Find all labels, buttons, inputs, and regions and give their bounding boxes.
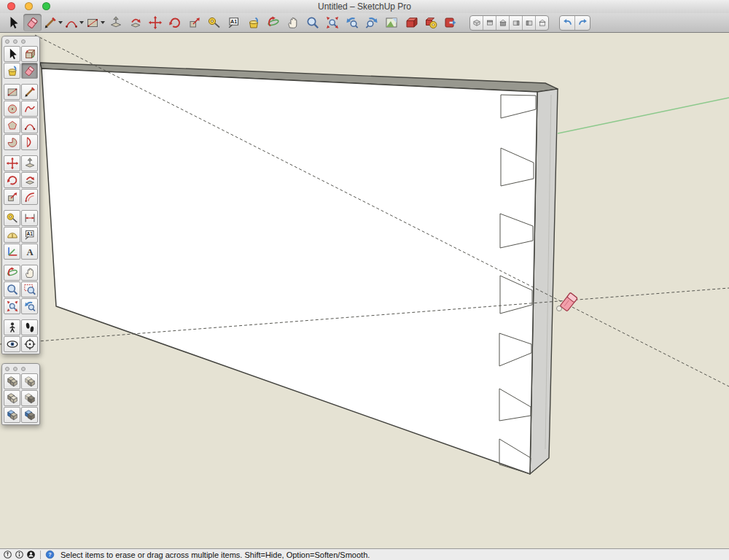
paint-bucket-button[interactable] [4, 63, 20, 79]
paint-bucket-button[interactable] [244, 14, 262, 31]
arc-dropdown-arrow-icon[interactable] [79, 21, 84, 24]
zoom-window-button[interactable] [21, 281, 38, 298]
zoom-next-button[interactable] [362, 14, 381, 31]
intersect-button[interactable] [21, 373, 38, 389]
scale-button[interactable] [4, 189, 20, 205]
select-button[interactable] [4, 46, 20, 62]
trim-button[interactable] [4, 407, 20, 423]
follow-me-button[interactable] [21, 172, 38, 188]
palette-titlebar [4, 38, 38, 46]
line-button[interactable] [21, 84, 38, 100]
zoom-icon [6, 283, 19, 296]
rectangle-dropdown-arrow-icon[interactable] [101, 21, 105, 24]
rotate-button[interactable] [165, 14, 184, 31]
palette-window-dot[interactable] [13, 367, 17, 371]
offset-button[interactable] [21, 189, 38, 205]
redo-button[interactable] [575, 16, 590, 30]
circle-button[interactable] [4, 101, 20, 117]
zoom-button[interactable] [4, 281, 20, 298]
palette-window-dot[interactable] [21, 39, 26, 44]
line-button[interactable] [43, 14, 63, 31]
view-top-button[interactable] [483, 16, 496, 30]
zoom-previous-icon [23, 300, 36, 313]
make-component-button[interactable] [21, 46, 38, 62]
palette-window-dot[interactable] [5, 367, 9, 371]
share-model-button[interactable] [441, 14, 459, 31]
view-front-button[interactable] [496, 16, 510, 30]
tape-measure-button[interactable] [205, 14, 223, 31]
text-button[interactable]: A1 [225, 14, 243, 31]
scale-button[interactable] [185, 14, 203, 31]
push-pull-button[interactable] [21, 155, 38, 171]
help-button[interactable]: ? [45, 550, 55, 559]
undo-button[interactable] [560, 16, 575, 30]
rectangle-button[interactable] [85, 14, 105, 31]
eraser-button[interactable] [23, 14, 42, 31]
outer-shell-button[interactable] [4, 373, 20, 389]
subtract-button[interactable] [21, 390, 38, 406]
eraser-button[interactable] [21, 63, 38, 79]
sign-in-button[interactable] [26, 550, 36, 559]
rotate-button[interactable] [4, 172, 20, 188]
freehand-button[interactable] [21, 101, 38, 117]
protractor-icon [6, 228, 19, 241]
view-right-button[interactable] [510, 16, 523, 30]
zoom-extents-button[interactable] [4, 298, 20, 314]
3d-text-button[interactable]: A [21, 244, 38, 260]
palette-window-dot[interactable] [21, 367, 26, 371]
solid-tools-grid [4, 373, 38, 423]
share-model-icon [443, 15, 458, 30]
walk-button[interactable] [21, 319, 38, 335]
target-button[interactable] [21, 336, 38, 352]
palette-titlebar [4, 365, 38, 373]
pan-button[interactable] [21, 265, 38, 281]
eraser-icon [26, 15, 40, 30]
two-point-arc-button[interactable] [21, 117, 38, 133]
view-left-button[interactable] [523, 16, 536, 30]
tape-measure-button[interactable] [4, 210, 20, 226]
minimize-button[interactable] [25, 2, 33, 10]
text-button[interactable]: A1 [21, 227, 38, 243]
photo-textures-button[interactable] [421, 14, 440, 31]
pie-icon [6, 136, 19, 149]
move-button[interactable] [4, 155, 20, 171]
get-models-button[interactable] [402, 14, 420, 31]
position-camera-button[interactable] [4, 319, 20, 335]
polygon-button[interactable] [4, 117, 20, 133]
add-location-button[interactable] [382, 14, 400, 31]
axes-button[interactable] [4, 244, 20, 260]
move-button[interactable] [146, 14, 164, 31]
zoom-button[interactable] [42, 2, 50, 10]
arc-button[interactable] [21, 134, 38, 150]
protractor-button[interactable] [4, 227, 20, 243]
follow-me-button[interactable] [126, 14, 144, 31]
view-iso-icon [472, 18, 482, 28]
credits-button[interactable] [15, 550, 24, 559]
zoom-previous-button[interactable] [21, 298, 38, 314]
palette-window-dot[interactable] [13, 39, 17, 44]
orbit-button[interactable] [264, 14, 282, 31]
look-around-button[interactable] [4, 336, 20, 352]
close-button[interactable] [7, 2, 15, 10]
geolocation-button[interactable] [3, 550, 12, 559]
line-dropdown-arrow-icon[interactable] [58, 21, 63, 24]
viewport[interactable]: A1A [0, 33, 729, 548]
view-back-button[interactable] [536, 16, 548, 30]
board-front-face[interactable] [42, 69, 537, 474]
select-button[interactable] [4, 14, 22, 31]
view-iso-button[interactable] [470, 16, 483, 30]
pan-button[interactable] [284, 14, 302, 31]
eraser-cursor [557, 292, 578, 311]
zoom-extents-button[interactable] [323, 14, 341, 31]
arc-button[interactable] [64, 14, 84, 31]
push-pull-button[interactable] [106, 14, 125, 31]
zoom-previous-button[interactable] [343, 14, 361, 31]
union-button[interactable] [4, 390, 20, 406]
split-button[interactable] [21, 407, 38, 423]
orbit-button[interactable] [4, 265, 20, 281]
pie-button[interactable] [4, 134, 20, 150]
rectangle-button[interactable] [4, 84, 20, 100]
dimensions-button[interactable] [21, 210, 38, 226]
zoom-button[interactable] [303, 14, 321, 31]
palette-window-dot[interactable] [5, 39, 9, 44]
